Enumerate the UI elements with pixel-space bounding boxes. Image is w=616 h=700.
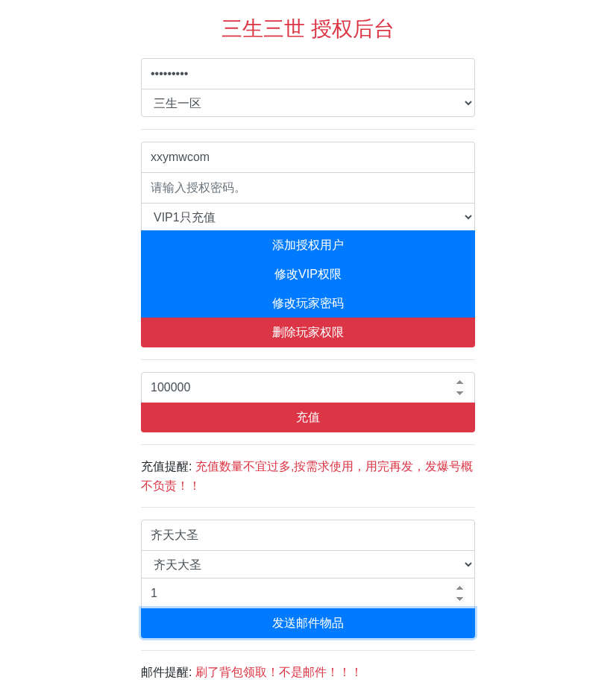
- divider: [141, 507, 475, 508]
- server-select[interactable]: 三生一区: [141, 89, 475, 117]
- item-name-input[interactable]: [141, 520, 475, 551]
- page-title: 三生三世 授权后台: [141, 15, 475, 43]
- vip-select[interactable]: VIP1只充值: [141, 203, 475, 231]
- add-auth-user-button[interactable]: 添加授权用户: [141, 230, 475, 260]
- recharge-button[interactable]: 充值: [141, 403, 475, 432]
- item-quantity-input[interactable]: [141, 578, 475, 609]
- recharge-alert: 充值提醒: 充值数量不宜过多,按需求使用，用完再发，发爆号概不负责！！: [141, 457, 475, 495]
- section-user-auth: VIP1只充值 添加授权用户 修改VIP权限 修改玩家密码 删除玩家权限: [141, 142, 475, 347]
- section-mail-item: 齐天大圣 发送邮件物品: [141, 520, 475, 638]
- modify-vip-button[interactable]: 修改VIP权限: [141, 259, 475, 289]
- divider: [141, 129, 475, 130]
- item-select[interactable]: 齐天大圣: [141, 550, 475, 578]
- modify-password-button[interactable]: 修改玩家密码: [141, 288, 475, 318]
- admin-password-input[interactable]: [141, 58, 475, 89]
- send-mail-item-button[interactable]: 发送邮件物品: [141, 608, 475, 638]
- auth-password-input[interactable]: [141, 172, 475, 204]
- divider: [141, 359, 475, 360]
- mail-alert-label: 邮件提醒:: [141, 666, 195, 678]
- mail-alert-text: 刷了背包领取！不是邮件！！！: [195, 666, 362, 678]
- username-input[interactable]: [141, 142, 475, 173]
- recharge-alert-label: 充值提醒:: [141, 460, 195, 473]
- recharge-amount-input[interactable]: [141, 372, 475, 403]
- section-recharge: 充值: [141, 372, 475, 432]
- mail-alert: 邮件提醒: 刷了背包领取！不是邮件！！！: [141, 663, 475, 682]
- divider: [141, 650, 475, 651]
- delete-player-button[interactable]: 删除玩家权限: [141, 318, 475, 347]
- divider: [141, 444, 475, 445]
- section-server: 三生一区: [141, 58, 475, 117]
